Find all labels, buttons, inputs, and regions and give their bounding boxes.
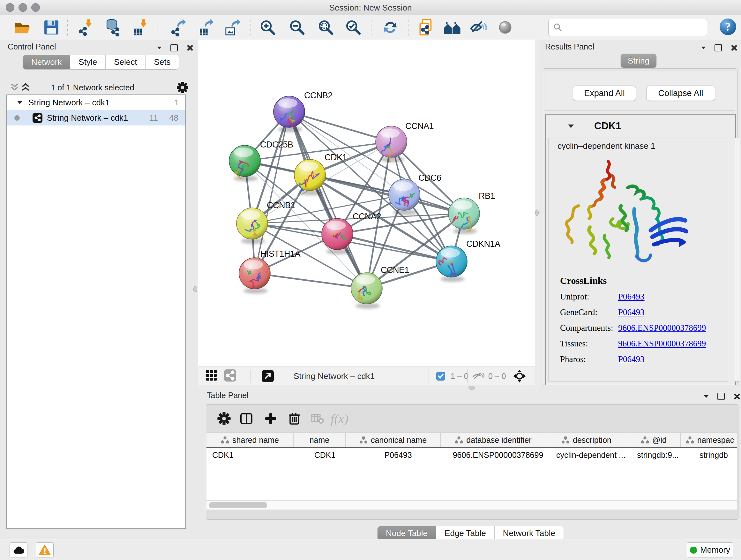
network-node-CCNB2[interactable]: CCNB2 bbox=[273, 91, 333, 132]
horizontal-splitter[interactable] bbox=[198, 385, 539, 390]
collapse-collection-icon[interactable] bbox=[17, 101, 22, 104]
close-panel-icon[interactable] bbox=[187, 45, 193, 51]
network-node-CDC25B[interactable]: CDC25B bbox=[229, 140, 293, 181]
table-cell[interactable]: P06493 bbox=[351, 448, 446, 462]
eye-icon[interactable] bbox=[496, 18, 515, 37]
network-node-CDKN1A[interactable]: CDKN1A bbox=[436, 239, 500, 282]
open-file-icon[interactable] bbox=[13, 18, 32, 37]
tab-network[interactable]: Network bbox=[23, 55, 70, 69]
delete-table-button[interactable] bbox=[309, 410, 327, 428]
float-panel-icon[interactable] bbox=[171, 44, 178, 51]
table-cell[interactable]: stringdb:9... bbox=[631, 448, 684, 462]
crosslink-row: Compartments:9606.ENSP00000378699 bbox=[560, 323, 706, 333]
help-button[interactable]: ? bbox=[719, 17, 737, 36]
share-view-icon[interactable] bbox=[223, 369, 237, 383]
column-header-name[interactable]: name bbox=[293, 433, 346, 447]
crosslink-link[interactable]: P06493 bbox=[618, 307, 645, 317]
cloud-status-button[interactable] bbox=[10, 543, 27, 557]
collapse-section-icon[interactable] bbox=[568, 125, 574, 128]
network-options-gear-icon[interactable] bbox=[176, 81, 189, 94]
tab-network-table[interactable]: Network Table bbox=[495, 526, 563, 541]
tab-string[interactable]: String bbox=[621, 54, 657, 68]
export-image-icon[interactable] bbox=[224, 18, 243, 37]
home-icon[interactable] bbox=[443, 18, 461, 37]
hide-panel-icon[interactable] bbox=[469, 18, 488, 37]
splitter-grip[interactable] bbox=[535, 209, 539, 216]
panel-menu-icon[interactable] bbox=[701, 47, 705, 49]
collapse-all-button[interactable]: Collapse All bbox=[646, 85, 715, 101]
table-cell[interactable]: CDK1 bbox=[299, 448, 351, 462]
float-panel-icon[interactable] bbox=[715, 44, 722, 51]
grid-view-icon[interactable] bbox=[205, 369, 218, 383]
string-network-icon bbox=[32, 113, 43, 123]
save-session-icon[interactable] bbox=[42, 18, 61, 37]
panel-menu-icon[interactable] bbox=[704, 395, 709, 398]
export-table-icon[interactable] bbox=[197, 18, 216, 37]
crosslink-link[interactable]: P06493 bbox=[618, 292, 645, 302]
panel-splitter-grip[interactable] bbox=[193, 286, 197, 293]
network-collection-row[interactable]: String Network – cdk1 1 bbox=[7, 95, 185, 110]
network-node-CDK1[interactable]: CDK1 bbox=[294, 152, 347, 195]
table-cell[interactable]: CDK1 bbox=[206, 448, 299, 462]
vertical-splitter[interactable] bbox=[535, 40, 539, 385]
import-network-icon[interactable] bbox=[77, 18, 96, 37]
column-header--id[interactable]: @id bbox=[627, 433, 681, 447]
function-builder-button[interactable]: f(x) bbox=[331, 410, 348, 428]
node-label: HIST1H1A bbox=[260, 249, 300, 259]
tab-edge-table[interactable]: Edge Table bbox=[436, 526, 495, 541]
node-label: CDK1 bbox=[325, 152, 347, 162]
table-horizontal-scrollbar[interactable] bbox=[206, 500, 737, 509]
protein-section-header[interactable]: CDK1 bbox=[546, 115, 735, 138]
columns-button[interactable] bbox=[238, 410, 255, 428]
network-canvas[interactable]: CCNB2CCNA1CDC25BCDK1CDC6RB1CCNB1CCNA2CDK… bbox=[198, 40, 535, 367]
warning-status-button[interactable] bbox=[36, 543, 54, 557]
zoom-out-icon[interactable] bbox=[288, 18, 307, 37]
scrollbar-thumb[interactable] bbox=[209, 502, 267, 508]
column-header-database-identifier[interactable]: database identifier bbox=[441, 433, 546, 447]
birdseye-view-icon[interactable] bbox=[513, 369, 527, 383]
column-header-description[interactable]: description bbox=[546, 433, 627, 447]
crosslink-link[interactable]: 9606.ENSP00000378699 bbox=[618, 323, 706, 333]
results-scrollbar[interactable] bbox=[735, 138, 740, 381]
table-row[interactable]: CDK1CDK1P064939606.ENSP00000378699cyclin… bbox=[206, 448, 737, 462]
zoom-fit-icon[interactable] bbox=[317, 18, 335, 37]
memory-button[interactable]: Memory bbox=[687, 543, 733, 557]
delete-column-button[interactable] bbox=[285, 410, 303, 428]
splitter-grip[interactable] bbox=[468, 386, 475, 390]
close-panel-icon[interactable] bbox=[734, 393, 740, 400]
search-input[interactable] bbox=[563, 23, 707, 32]
add-column-button[interactable] bbox=[262, 410, 280, 428]
tab-node-table[interactable]: Node Table bbox=[378, 526, 436, 541]
panel-menu-icon[interactable] bbox=[157, 47, 161, 49]
network-node-HIST1H1A[interactable]: HIST1H1A bbox=[239, 249, 300, 294]
tab-sets[interactable]: Sets bbox=[145, 55, 179, 69]
column-header-namespac[interactable]: namespac bbox=[681, 433, 738, 447]
zoom-selected-icon[interactable] bbox=[344, 18, 362, 37]
tab-select[interactable]: Select bbox=[106, 55, 145, 69]
table-cell[interactable]: cyclin-dependent ... bbox=[550, 448, 631, 462]
expand-all-button[interactable]: Expand All bbox=[573, 85, 636, 101]
crosslink-link[interactable]: P06493 bbox=[618, 354, 645, 364]
import-database-icon[interactable] bbox=[103, 18, 121, 37]
node-label: CDKN1A bbox=[466, 239, 500, 249]
clone-network-icon[interactable] bbox=[417, 18, 436, 37]
column-header-canonical-name[interactable]: canonical name bbox=[346, 433, 441, 447]
table-cell[interactable]: 9606.ENSP00000378699 bbox=[446, 448, 550, 462]
open-external-button[interactable] bbox=[261, 369, 274, 383]
tab-style[interactable]: Style bbox=[70, 55, 106, 69]
crosslink-link[interactable]: 9606.ENSP00000378699 bbox=[618, 339, 706, 349]
selected-checkbox-icon[interactable] bbox=[436, 369, 446, 383]
column-header-shared-name[interactable]: shared name bbox=[206, 433, 293, 447]
zoom-in-icon[interactable] bbox=[259, 18, 277, 37]
settings-gear-button[interactable] bbox=[215, 410, 233, 428]
refresh-icon[interactable] bbox=[381, 18, 400, 37]
table-cell[interactable]: stringdb bbox=[684, 448, 738, 462]
string-results-container: Expand All Collapse All CDK1 cyclin–depe… bbox=[543, 68, 738, 386]
close-panel-icon[interactable] bbox=[731, 45, 737, 51]
float-panel-icon[interactable] bbox=[718, 393, 725, 400]
network-node-RB1[interactable]: RB1 bbox=[448, 191, 495, 234]
export-network-icon[interactable] bbox=[170, 18, 188, 37]
import-table-icon[interactable] bbox=[132, 18, 151, 37]
search-box[interactable] bbox=[548, 19, 707, 36]
network-row[interactable]: String Network – cdk1 11 48 bbox=[7, 110, 185, 125]
